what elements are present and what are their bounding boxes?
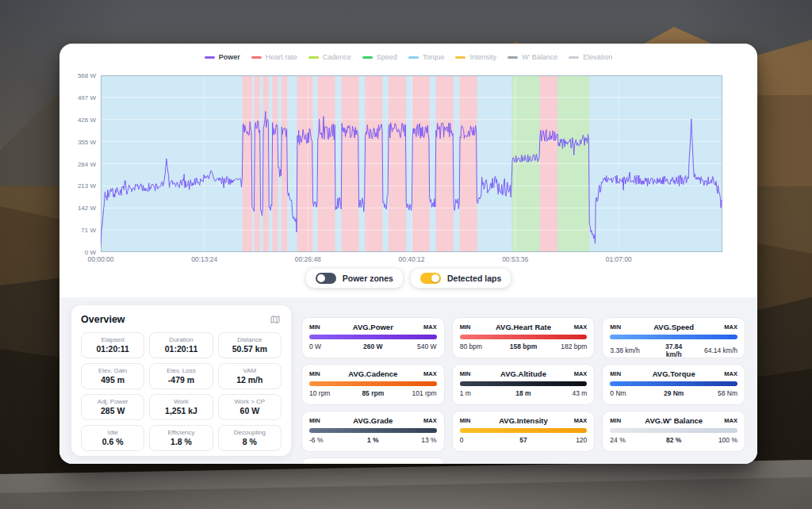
legend-item[interactable]: Heart rate: [251, 53, 297, 61]
metric-avg-value: 158 bpm: [508, 343, 540, 350]
metric-min-value: 1 m: [460, 389, 508, 397]
metric-range-bar: [460, 428, 588, 433]
metric-title: AVG.Heart Rate: [484, 323, 564, 331]
max-label: MAX: [714, 370, 737, 377]
metric-avg-value: 18 m: [508, 389, 540, 397]
metric-title: AVG.Cadence: [333, 369, 413, 378]
overview-stat-tile: Efficiency 1.8 %: [149, 425, 213, 451]
stat-label: Work: [151, 398, 210, 405]
metric-title: AVG.Intensity: [484, 416, 564, 425]
overview-stat-tile: Work > CP 60 W: [218, 394, 282, 420]
stat-value: 495 m: [83, 375, 142, 385]
stat-value: 12 m/h: [220, 375, 279, 385]
min-label: MIN: [309, 323, 333, 331]
metric-avg-value: 57: [508, 436, 540, 444]
metric-title: AVG.Relative Power: [333, 463, 413, 464]
metric-max-value: 182 bpm: [539, 343, 587, 350]
y-axis-label: 71 W: [63, 227, 96, 234]
x-axis-label: 00:53:36: [492, 255, 539, 263]
stat-label: Duration: [151, 336, 210, 343]
metric-range-bar: [309, 428, 437, 433]
metric-title: AVG.Altitude: [484, 369, 564, 378]
y-axis-label: 284 W: [63, 161, 96, 168]
stat-label: Idle: [83, 429, 142, 436]
metric-card: MIN AVG.Cadence MAX 10 rpm 85 rpm 101 rp…: [301, 364, 445, 405]
x-axis-label: 00:13:24: [181, 255, 228, 263]
power-chart-plot[interactable]: [101, 75, 722, 252]
metrics-grid[interactable]: MIN AVG.Power MAX 0 W 260 W 540 W MIN AV…: [301, 317, 745, 464]
metric-range-bar: [610, 381, 737, 386]
legend-marker: [205, 56, 215, 59]
detected-laps-switch[interactable]: [420, 273, 441, 284]
metric-range-bar: [309, 381, 437, 386]
stat-label: Work > CP: [220, 398, 279, 405]
stat-value: -479 m: [151, 375, 210, 385]
stat-value: 01:20:11: [151, 344, 210, 354]
toggle-knob: [317, 274, 325, 282]
legend-label: Speed: [377, 53, 397, 61]
legend-item[interactable]: Power: [205, 53, 240, 61]
metric-max-value: 13 %: [389, 436, 437, 444]
overview-stat-tile: Decoupling 8 %: [218, 425, 282, 451]
legend-label: Cadence: [323, 53, 351, 61]
metric-card: MIN AVG.Altitude MAX 1 m 18 m 43 m: [452, 364, 596, 405]
x-axis-label: 00:40:12: [388, 255, 435, 263]
y-axis-label: 213 W: [63, 182, 96, 189]
max-label: MAX: [563, 417, 587, 424]
legend-marker: [455, 56, 465, 59]
legend-item[interactable]: Cadence: [308, 53, 351, 61]
metric-title: AVG.W' Balance: [634, 416, 714, 425]
metric-max-value: 64.14 km/h: [690, 346, 737, 354]
legend-marker: [251, 56, 262, 59]
metric-avg-value: 260 W: [357, 343, 389, 350]
stat-label: Elev. Loss: [151, 367, 210, 374]
metric-min-value: 80 bpm: [460, 343, 508, 350]
legend-item[interactable]: Intensity: [455, 53, 496, 61]
legend-label: Intensity: [469, 53, 496, 61]
stat-label: VAM: [220, 367, 279, 374]
overview-stat-tile: VAM 12 m/h: [218, 363, 282, 389]
min-label: MIN: [309, 370, 333, 377]
metric-max-value: 100 %: [690, 436, 737, 444]
min-label: MIN: [460, 323, 484, 331]
metric-range-bar: [610, 335, 737, 339]
overview-stat-tile: Elev. Loss -479 m: [149, 363, 213, 389]
metric-min-value: -6 %: [309, 436, 357, 444]
stat-label: Elev. Gain: [83, 367, 142, 374]
metric-min-value: 0 Nm: [610, 389, 657, 397]
max-label: MAX: [563, 323, 587, 331]
legend-item[interactable]: Speed: [362, 53, 397, 61]
legend-marker: [308, 56, 319, 59]
metric-max-value: 540 W: [389, 343, 437, 350]
legend-marker: [508, 56, 518, 59]
y-axis-label: 568 W: [63, 72, 96, 79]
max-label: MAX: [563, 370, 587, 377]
metric-title: AVG.Speed: [634, 323, 714, 331]
x-axis-label: 00:26:48: [284, 255, 331, 263]
max-label: MAX: [714, 323, 737, 331]
metric-title: AVG.Torque: [634, 369, 714, 378]
metric-card: MIN AVG.W' Balance MAX 24 % 82 % 100 %: [602, 411, 745, 452]
metric-avg-value: 85 rpm: [357, 389, 389, 397]
map-icon[interactable]: [269, 313, 282, 326]
y-axis-label: 426 W: [63, 117, 96, 124]
detected-laps-toggle[interactable]: Detected laps: [411, 269, 511, 288]
legend-item[interactable]: Elevation: [569, 53, 612, 61]
chart-toggles: Power zones Detected laps: [59, 269, 757, 288]
overview-stat-tile: Elapsed 01:20:11: [81, 332, 144, 358]
metric-title: AVG.Power: [333, 323, 413, 331]
metric-min-value: 24 %: [610, 436, 657, 444]
power-zones-switch[interactable]: [316, 273, 336, 284]
legend-item[interactable]: W' Balance: [508, 53, 557, 61]
legend-item[interactable]: Torque: [408, 53, 445, 61]
legend-label: W' Balance: [522, 53, 557, 61]
metric-card: MIN AVG.Relative Power MAX: [301, 457, 445, 464]
power-chart[interactable]: [101, 75, 722, 252]
overview-panel: Overview Elapsed 01:20:11 Duration 01:20…: [71, 305, 291, 456]
metric-card: MIN AVG.Heart Rate MAX 80 bpm 158 bpm 18…: [452, 317, 596, 358]
stat-label: Distance: [220, 336, 279, 343]
metric-card: MIN AVG.Torque MAX 0 Nm 29 Nm 58 Nm: [602, 364, 745, 405]
power-zones-toggle[interactable]: Power zones: [306, 269, 403, 288]
legend-label: Power: [219, 53, 240, 61]
metric-card: MIN AVG.Intensity MAX 0 57 120: [452, 411, 596, 452]
